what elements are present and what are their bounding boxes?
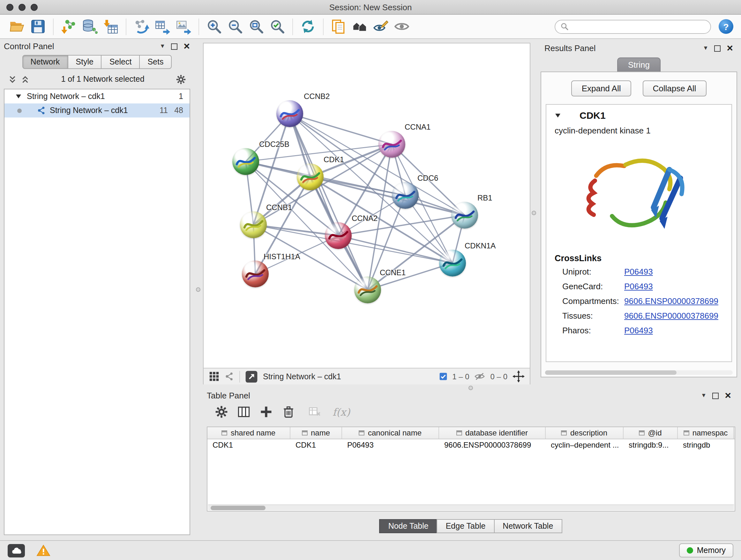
splitter-handle-right[interactable] xyxy=(532,211,536,215)
collapse-all-button[interactable]: Collapse All xyxy=(643,80,706,97)
toolbar-separator xyxy=(126,18,126,35)
delete-column-trash-icon[interactable] xyxy=(281,405,295,419)
tree-expand-icon[interactable] xyxy=(16,95,21,98)
open-session-button[interactable] xyxy=(6,16,27,37)
zoom-out-button[interactable] xyxy=(225,16,246,37)
network-canvas[interactable]: CCNB2CCNA1CDC25BCDK1CDC6RB1CCNB1CCNA2CDK… xyxy=(204,44,530,368)
graphics-details-button[interactable] xyxy=(391,16,412,37)
table-horizontal-scrollbar[interactable] xyxy=(208,504,734,510)
network-edge[interactable] xyxy=(338,236,453,263)
cloud-button[interactable] xyxy=(8,544,25,557)
column-header-description[interactable]: description xyxy=(546,427,623,439)
network-row[interactable]: String Network – cdk1 11 48 xyxy=(4,104,190,118)
pan-crosshair-icon[interactable] xyxy=(513,370,525,382)
panel-close-icon[interactable]: ✕ xyxy=(726,44,733,52)
tab-select[interactable]: Select xyxy=(101,55,140,69)
node-CCNA2[interactable] xyxy=(325,222,352,249)
panel-float-icon[interactable] xyxy=(171,43,178,50)
panel-close-icon[interactable]: ✕ xyxy=(724,391,731,400)
warning-icon[interactable] xyxy=(37,544,51,557)
table-row[interactable]: CDK1CDK1P064939606.ENSP00000378699cyclin… xyxy=(207,439,735,451)
zoom-in-button[interactable] xyxy=(204,16,225,37)
birdseye-toggle-icon[interactable] xyxy=(245,370,258,383)
zoom-fit-button[interactable] xyxy=(246,16,267,37)
add-column-plus-icon[interactable] xyxy=(259,405,273,419)
import-network-file-button[interactable] xyxy=(58,16,79,37)
expand-all-tree-icon[interactable] xyxy=(8,74,17,84)
tab-sets[interactable]: Sets xyxy=(139,55,172,69)
search-box[interactable] xyxy=(555,19,711,34)
save-session-button[interactable] xyxy=(27,16,49,37)
panel-float-icon[interactable] xyxy=(714,45,721,51)
splitter-handle-bottom[interactable] xyxy=(468,386,473,390)
search-input[interactable] xyxy=(572,22,705,31)
panel-collapse-icon[interactable]: ▼ xyxy=(701,393,706,398)
column-header-namespac[interactable]: namespac xyxy=(678,427,734,439)
column-header-canonical-name[interactable]: canonical name xyxy=(342,427,439,439)
import-table-button[interactable] xyxy=(100,16,121,37)
node-HIST1H1A[interactable] xyxy=(242,260,269,287)
tab-edge-table[interactable]: Edge Table xyxy=(437,519,495,533)
crosslink-tissues-link[interactable]: 9606.ENSP00000378699 xyxy=(624,311,718,320)
tab-node-table[interactable]: Node Table xyxy=(380,519,437,533)
panel-collapse-icon[interactable]: ▼ xyxy=(703,45,709,51)
grid-view-icon[interactable] xyxy=(209,371,219,382)
node-CCNB1[interactable] xyxy=(240,211,267,238)
node-CCNB2[interactable] xyxy=(276,100,303,127)
tab-network-table[interactable]: Network Table xyxy=(494,519,562,533)
network-edge[interactable] xyxy=(290,114,392,144)
panel-close-icon[interactable]: ✕ xyxy=(183,42,190,51)
node-CDK1[interactable] xyxy=(297,164,324,190)
memory-button[interactable]: Memory xyxy=(679,543,733,557)
network-edge[interactable] xyxy=(290,114,367,290)
panel-collapse-icon[interactable]: ▼ xyxy=(159,44,165,49)
close-window-button[interactable] xyxy=(6,3,13,10)
results-scrollbar[interactable] xyxy=(545,370,733,375)
network-edges xyxy=(204,44,530,368)
expand-all-button[interactable]: Expand All xyxy=(571,80,631,97)
column-header--id[interactable]: @id xyxy=(623,427,678,439)
tab-string[interactable]: String xyxy=(617,57,661,71)
node-CCNE1[interactable] xyxy=(354,276,381,303)
column-header-database-identifier[interactable]: database identifier xyxy=(439,427,546,439)
crosslink-genecard-link[interactable]: P06493 xyxy=(624,282,653,291)
select-columns-icon[interactable] xyxy=(237,405,251,419)
function-builder-button[interactable]: f(x) xyxy=(333,406,350,418)
splitter-handle-left[interactable] xyxy=(196,287,200,292)
export-table-button[interactable] xyxy=(152,16,173,37)
column-header-shared-name[interactable]: shared name xyxy=(207,427,290,439)
import-network-database-button[interactable] xyxy=(79,16,100,37)
export-image-button[interactable] xyxy=(173,16,194,37)
gear-icon[interactable] xyxy=(176,74,186,84)
node-CDKN1A[interactable] xyxy=(439,250,466,276)
home-button[interactable] xyxy=(349,16,370,37)
tab-style[interactable]: Style xyxy=(67,55,102,69)
crosslink-uniprot-link[interactable]: P06493 xyxy=(624,267,653,276)
crosslink-pharos-link[interactable]: P06493 xyxy=(624,326,653,335)
network-collection-row[interactable]: String Network – cdk1 1 xyxy=(4,89,190,104)
zoom-selected-button[interactable] xyxy=(267,16,288,37)
collapse-all-tree-icon[interactable] xyxy=(20,74,30,84)
node-CCNA1[interactable] xyxy=(379,131,405,158)
panel-float-icon[interactable] xyxy=(712,392,719,399)
node-CDC6[interactable] xyxy=(392,182,419,209)
zoom-window-button[interactable] xyxy=(30,3,38,10)
help-button[interactable]: ? xyxy=(719,19,733,34)
share-view-icon[interactable] xyxy=(225,372,234,381)
hidden-eye-slash-icon[interactable] xyxy=(475,371,485,382)
column-header-name[interactable]: name xyxy=(290,427,342,439)
apply-layout-button[interactable] xyxy=(297,16,319,37)
copy-button[interactable] xyxy=(328,16,349,37)
crosslink-compartments-link[interactable]: 9606.ENSP00000378699 xyxy=(624,296,718,306)
selected-checkbox-icon[interactable] xyxy=(439,372,447,381)
node-CDC25B[interactable] xyxy=(232,148,259,175)
protein-structure-icon xyxy=(354,276,381,303)
minimize-window-button[interactable] xyxy=(18,3,25,10)
table-settings-gear-icon[interactable] xyxy=(214,405,228,419)
tab-network[interactable]: Network xyxy=(22,55,68,69)
node-RB1[interactable] xyxy=(451,202,478,229)
annotation-visibility-button[interactable] xyxy=(370,16,391,37)
card-collapse-icon[interactable] xyxy=(555,113,560,117)
export-network-button[interactable] xyxy=(131,16,152,37)
protein-structure-icon xyxy=(240,211,267,238)
